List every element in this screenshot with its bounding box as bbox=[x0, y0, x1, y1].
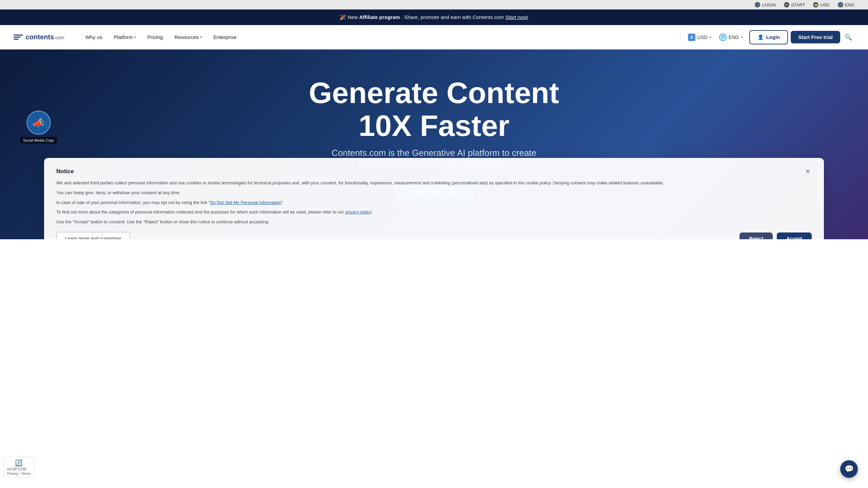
consent-paragraph-5: Use the "Accept" button to consent. Use … bbox=[56, 219, 812, 226]
consent-close-button[interactable]: ✕ bbox=[804, 167, 812, 176]
navbar: contents.com Why us Platform ▾ Pricing R… bbox=[0, 25, 868, 49]
pencil-icon: ✏ bbox=[784, 2, 789, 7]
hero-section: 📣 Social Media Copy Generate Content 10X… bbox=[0, 49, 868, 239]
badge-icon: 📣 bbox=[26, 110, 51, 135]
logo-text: contents.com bbox=[26, 33, 64, 41]
announcement-banner: 🎉 New Affiliate program . Share, promote… bbox=[0, 9, 868, 25]
chevron-down-icon-resources: ▾ bbox=[200, 35, 202, 39]
consent-title: Notice bbox=[56, 168, 74, 175]
consent-paragraph-3: In case of sale of your personal informa… bbox=[56, 199, 812, 206]
nav-links: Why us Platform ▾ Pricing Resources ▾ En… bbox=[81, 32, 677, 43]
card-icon: 💳 bbox=[813, 2, 818, 7]
badge-label: Social Media Copy bbox=[20, 137, 57, 144]
nav-divider bbox=[680, 32, 680, 42]
consent-paragraph-1: We and selected third parties collect pe… bbox=[56, 180, 812, 187]
user-icon: 👤 bbox=[755, 2, 760, 7]
logo[interactable]: contents.com bbox=[14, 33, 64, 41]
consent-actions: Reject Accept bbox=[739, 232, 812, 239]
social-media-badge: 📣 Social Media Copy bbox=[20, 110, 57, 144]
topbar-usd[interactable]: 💳 USD bbox=[813, 2, 829, 7]
consent-paragraph-2: You can freely give, deny, or withdraw y… bbox=[56, 189, 812, 197]
logo-icon bbox=[14, 34, 23, 41]
chevron-down-icon-currency: ▾ bbox=[709, 35, 711, 39]
reject-button[interactable]: Reject bbox=[739, 232, 773, 239]
currency-selector[interactable]: $ USD ▾ bbox=[684, 31, 715, 44]
globe-nav-icon: 🌐 bbox=[719, 34, 727, 41]
search-icon: 🔍 bbox=[845, 34, 852, 41]
consent-footer: Learn more and customise Reject Accept bbox=[56, 232, 812, 239]
nav-link-pricing[interactable]: Pricing bbox=[143, 32, 168, 43]
chevron-down-icon-lang: ▾ bbox=[741, 35, 743, 39]
start-free-trial-button[interactable]: Start Free trial bbox=[791, 31, 840, 43]
consent-paragraph-4: To find out more about the categories of… bbox=[56, 209, 812, 216]
login-button[interactable]: 👤 Login bbox=[749, 30, 788, 44]
search-button[interactable]: 🔍 bbox=[842, 31, 854, 43]
top-bar: 👤 LOGIN ✏ START 💳 USD 🌐 ENG bbox=[0, 0, 868, 9]
language-selector[interactable]: 🌐 ENG ▾ bbox=[715, 31, 747, 44]
globe-icon-top: 🌐 bbox=[838, 2, 843, 7]
nav-link-enterprise[interactable]: Enterprise bbox=[209, 32, 241, 43]
topbar-eng[interactable]: 🌐 ENG bbox=[838, 2, 854, 7]
hero-title: Generate Content 10X Faster bbox=[309, 77, 559, 142]
learn-more-button[interactable]: Learn more and customise bbox=[56, 232, 130, 239]
accept-button[interactable]: Accept bbox=[777, 232, 812, 239]
topbar-start[interactable]: ✏ START bbox=[784, 2, 805, 7]
currency-icon: $ bbox=[688, 34, 695, 41]
consent-notice: Notice ✕ We and selected third parties c… bbox=[44, 158, 824, 239]
privacy-policy-link[interactable]: privacy policy bbox=[345, 209, 371, 215]
user-circle-icon: 👤 bbox=[757, 34, 764, 40]
nav-link-platform[interactable]: Platform ▾ bbox=[109, 32, 141, 43]
nav-link-resources[interactable]: Resources ▾ bbox=[170, 32, 206, 43]
announcement-cta[interactable]: Start now! bbox=[505, 14, 528, 20]
consent-header: Notice ✕ bbox=[56, 167, 812, 176]
topbar-login[interactable]: 👤 LOGIN bbox=[755, 2, 775, 7]
chevron-down-icon: ▾ bbox=[134, 35, 136, 39]
consent-body: We and selected third parties collect pe… bbox=[56, 180, 812, 226]
nav-link-why-us[interactable]: Why us bbox=[81, 32, 107, 43]
dnsmpi-link[interactable]: Do Not Sell My Personal Information bbox=[210, 200, 281, 205]
